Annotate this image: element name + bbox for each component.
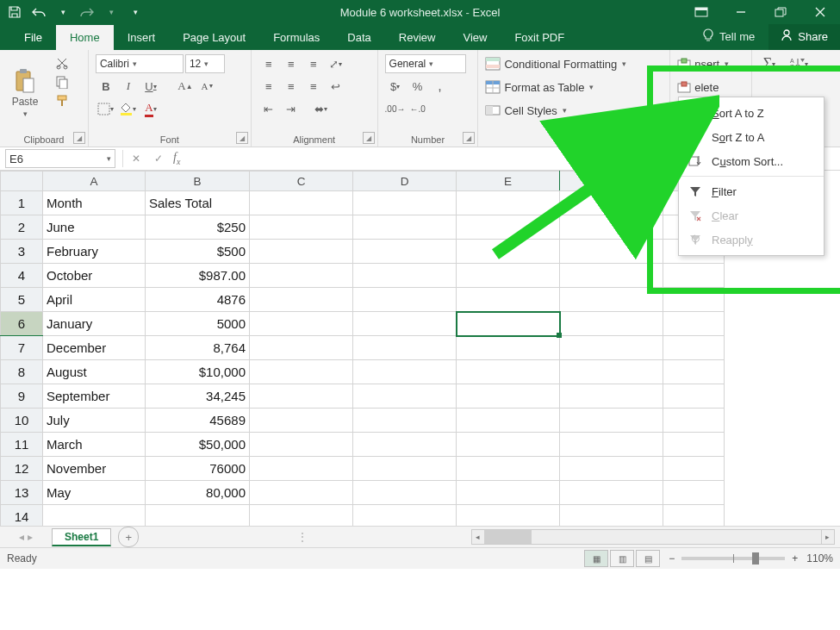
cell[interactable] — [457, 409, 560, 433]
menu-custom-sort[interactable]: Custom Sort... — [679, 149, 824, 173]
menu-sort-z-to-a[interactable]: ZA Sort Z to A — [679, 125, 824, 149]
cell[interactable] — [663, 433, 725, 457]
tab-review[interactable]: Review — [385, 25, 450, 50]
cell[interactable]: May — [43, 481, 146, 505]
tab-file[interactable]: File — [10, 25, 56, 50]
cell[interactable] — [43, 505, 146, 527]
zoom-level[interactable]: 110% — [806, 552, 833, 565]
cancel-formula-icon[interactable]: ✕ — [125, 149, 147, 168]
cell[interactable] — [250, 264, 353, 288]
borders-icon[interactable]: ▾ — [96, 99, 116, 118]
autosum-icon[interactable]: Σ▾ — [759, 54, 780, 73]
cell[interactable]: 76000 — [146, 457, 250, 481]
column-header[interactable]: B — [146, 172, 250, 191]
cell[interactable] — [560, 336, 663, 360]
cell[interactable] — [560, 360, 663, 384]
cell[interactable] — [250, 215, 353, 240]
cell[interactable] — [560, 409, 663, 433]
cell[interactable] — [353, 505, 457, 527]
cell[interactable] — [560, 312, 663, 336]
cell[interactable] — [353, 288, 457, 312]
page-layout-view-icon[interactable]: ▥ — [610, 550, 634, 567]
scroll-right-icon[interactable]: ▸ — [821, 530, 834, 544]
number-format-dropdown[interactable]: General▾ — [385, 54, 466, 73]
tab-home[interactable]: Home — [56, 25, 114, 50]
increase-font-icon[interactable]: A▲ — [175, 77, 196, 96]
font-size-dropdown[interactable]: 12▾ — [185, 54, 225, 73]
cell[interactable] — [353, 336, 457, 360]
wrap-text-icon[interactable]: ↩ — [326, 77, 346, 96]
cell[interactable] — [250, 360, 353, 384]
cell[interactable] — [146, 505, 250, 527]
cell[interactable] — [457, 191, 560, 215]
paste-button[interactable]: Paste ▾ — [7, 53, 43, 133]
zoom-out-icon[interactable]: − — [669, 552, 675, 565]
cell[interactable]: April — [43, 288, 146, 312]
add-sheet-button[interactable]: + — [118, 527, 139, 547]
row-header[interactable]: 8 — [1, 360, 43, 384]
bold-button[interactable]: B — [96, 77, 116, 96]
redo-dropdown-icon[interactable]: ▾ — [103, 4, 119, 20]
number-launcher-icon[interactable]: ◢ — [463, 132, 475, 144]
row-header[interactable]: 5 — [1, 288, 43, 312]
tab-page-layout[interactable]: Page Layout — [169, 25, 259, 50]
name-box[interactable]: E6 ▾ — [5, 149, 115, 168]
cell[interactable] — [250, 457, 353, 481]
cell[interactable] — [250, 505, 353, 527]
cell[interactable]: November — [43, 457, 146, 481]
tab-data[interactable]: Data — [333, 25, 384, 50]
row-header[interactable]: 1 — [1, 191, 43, 215]
row-header[interactable]: 6 — [1, 312, 43, 336]
align-left-icon[interactable]: ≡ — [258, 77, 279, 96]
column-header[interactable]: A — [43, 172, 146, 191]
cell[interactable]: January — [43, 312, 146, 336]
cell[interactable] — [250, 312, 353, 336]
cell[interactable] — [250, 288, 353, 312]
cell[interactable] — [663, 457, 725, 481]
clipboard-launcher-icon[interactable]: ◢ — [73, 132, 85, 144]
page-break-view-icon[interactable]: ▤ — [636, 550, 660, 567]
cell[interactable] — [663, 360, 725, 384]
decrease-font-icon[interactable]: A▼ — [197, 77, 218, 96]
cell[interactable]: August — [43, 360, 146, 384]
cell[interactable]: February — [43, 240, 146, 264]
cell[interactable] — [353, 433, 457, 457]
cell[interactable] — [457, 336, 560, 360]
accounting-format-icon[interactable]: $▾ — [385, 77, 406, 96]
fill-color-icon[interactable]: ▾ — [118, 99, 139, 118]
format-painter-icon[interactable] — [52, 91, 72, 110]
cell[interactable] — [560, 505, 663, 527]
cell[interactable] — [560, 288, 663, 312]
sort-filter-button[interactable]: AZ▾ — [785, 54, 812, 73]
cell[interactable] — [663, 336, 725, 360]
cell-styles-button[interactable]: Cell Styles▾ — [485, 100, 663, 121]
sheet-nav[interactable]: ◂ ▸ — [0, 531, 52, 543]
cell[interactable] — [457, 312, 560, 336]
align-middle-icon[interactable]: ≡ — [281, 54, 302, 73]
ribbon-display-icon[interactable] — [681, 0, 721, 24]
cell[interactable] — [353, 191, 457, 215]
row-header[interactable]: 14 — [1, 505, 43, 527]
save-icon[interactable] — [7, 4, 22, 20]
minimize-icon[interactable] — [721, 0, 761, 24]
tab-view[interactable]: View — [449, 25, 501, 50]
cell[interactable]: 45689 — [146, 409, 250, 433]
row-header[interactable]: 11 — [1, 433, 43, 457]
scroll-left-icon[interactable]: ◂ — [472, 530, 485, 544]
cell[interactable]: March — [43, 433, 146, 457]
align-top-icon[interactable]: ≡ — [258, 54, 279, 73]
cell[interactable] — [457, 384, 560, 409]
increase-indent-icon[interactable]: ⇥ — [281, 99, 302, 118]
row-header[interactable]: 4 — [1, 264, 43, 288]
cell[interactable] — [560, 191, 663, 215]
row-header[interactable]: 12 — [1, 457, 43, 481]
restore-icon[interactable] — [761, 0, 800, 24]
cell[interactable] — [353, 312, 457, 336]
cell[interactable]: June — [43, 215, 146, 240]
horizontal-scrollbar[interactable]: ◂ ▸ — [471, 529, 835, 545]
cell[interactable] — [353, 264, 457, 288]
redo-icon[interactable] — [79, 4, 95, 20]
orientation-icon[interactable]: ⤢▾ — [326, 54, 346, 73]
cell[interactable] — [250, 240, 353, 264]
cells-insert-button[interactable]: nsert▾ — [677, 53, 744, 74]
